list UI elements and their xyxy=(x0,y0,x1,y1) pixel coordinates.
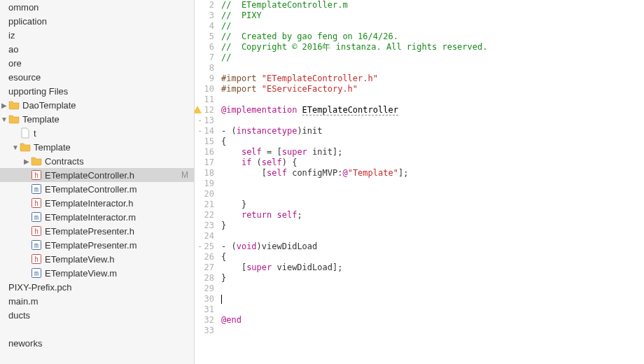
file-row[interactable]: main.m xyxy=(0,294,194,308)
line-number: 33 xyxy=(195,326,214,336)
file-row[interactable]: t xyxy=(0,126,194,140)
file-row[interactable]: ▶DaoTemplate xyxy=(0,98,194,112)
token-comment: // ETemplateController.m xyxy=(221,0,348,10)
folder-icon xyxy=(31,155,42,167)
code-line[interactable]: return self; xyxy=(221,210,644,220)
line-number: 15 xyxy=(195,136,214,147)
code-line[interactable] xyxy=(221,115,644,126)
file-row[interactable]: iz xyxy=(0,28,194,42)
file-row-label: ducts xyxy=(8,310,191,321)
code-line[interactable]: { xyxy=(221,252,644,262)
code-line[interactable] xyxy=(221,178,644,189)
token-string: "EServiceFactory.h" xyxy=(262,84,358,94)
file-row[interactable]: ducts xyxy=(0,308,194,322)
code-line[interactable]: [super viewDidLoad]; xyxy=(221,262,644,273)
code-line[interactable] xyxy=(221,63,644,74)
line-number: 22 xyxy=(195,210,214,220)
file-h-icon: h xyxy=(31,225,42,237)
folder-icon xyxy=(8,99,20,111)
file-row[interactable]: hETemplateView.h xyxy=(0,252,194,266)
disclosure-right-icon[interactable]: ▶ xyxy=(22,158,31,165)
code-area[interactable]: // ETemplateController.m// PIXY//// Crea… xyxy=(218,0,644,364)
line-number: 26 xyxy=(195,252,214,262)
code-line[interactable]: } xyxy=(221,220,644,231)
file-row[interactable]: esource xyxy=(0,70,194,84)
code-line[interactable]: @implementation ETemplateController xyxy=(221,105,644,115)
disclosure-down-icon[interactable]: ▼ xyxy=(0,115,8,123)
file-row[interactable]: mETemplatePresenter.m xyxy=(0,238,194,252)
file-row[interactable]: ▼Template xyxy=(0,140,194,154)
code-line[interactable]: if (self) { xyxy=(221,158,644,168)
line-number: 32 xyxy=(195,315,214,326)
file-h-icon: h xyxy=(31,253,42,265)
line-number: 3 xyxy=(195,10,214,21)
code-line[interactable]: // ETemplateController.m xyxy=(221,0,644,10)
code-line[interactable] xyxy=(221,231,644,241)
code-line[interactable] xyxy=(221,326,644,336)
file-row[interactable]: hETemplatePresenter.h xyxy=(0,224,194,238)
code-line[interactable]: // Copyright © 2016年 instanza. All right… xyxy=(221,42,644,52)
code-line[interactable] xyxy=(221,304,644,315)
fold-marker-icon: - xyxy=(197,115,202,126)
file-row[interactable]: PIXY-Prefix.pch xyxy=(0,280,194,294)
disclosure-down-icon[interactable]: ▼ xyxy=(11,144,20,151)
file-row[interactable]: pplication xyxy=(0,14,194,28)
file-row-label: DaoTemplate xyxy=(22,100,191,111)
file-m-icon: m xyxy=(31,267,42,279)
file-row[interactable]: mETemplateController.m xyxy=(0,182,194,196)
file-row-label: Template xyxy=(34,142,191,153)
code-line[interactable]: @end xyxy=(221,315,644,326)
code-line[interactable] xyxy=(221,94,644,105)
file-row-label: ETemplateInteractor.h xyxy=(45,198,191,209)
file-row[interactable]: ore xyxy=(0,56,194,70)
svg-text:h: h xyxy=(34,227,38,235)
code-line[interactable]: // xyxy=(221,52,644,63)
code-line[interactable]: #import "ETemplateController.h" xyxy=(221,74,644,84)
file-row-label: upporting Files xyxy=(8,86,191,97)
line-number: 21 xyxy=(195,200,214,210)
disclosure-right-icon[interactable]: ▶ xyxy=(0,102,8,109)
token-keyword: super xyxy=(282,147,307,157)
code-line[interactable]: // Created by gao feng on 16/4/26. xyxy=(221,31,644,42)
file-row[interactable]: ▶Contracts xyxy=(0,154,194,168)
source-editor[interactable]: 23456789101112-13-1415161718192021222324… xyxy=(195,0,644,364)
code-line[interactable] xyxy=(221,189,644,200)
code-line[interactable]: - (void)viewDidLoad xyxy=(221,241,644,252)
code-line[interactable]: - (instancetype)init xyxy=(221,126,644,136)
file-row[interactable]: hETemplateController.hM xyxy=(0,168,194,182)
code-line[interactable]: } xyxy=(221,273,644,284)
token-keyword: @end xyxy=(221,315,241,325)
vcs-status-badge: M xyxy=(181,170,188,180)
file-row[interactable]: ao xyxy=(0,42,194,56)
code-line[interactable]: // xyxy=(221,21,644,31)
file-row[interactable]: ▼Template xyxy=(0,112,194,126)
code-line[interactable]: self = [super init]; xyxy=(221,147,644,158)
file-navigator[interactable]: ommonpplicationizaooreesourceupporting F… xyxy=(0,0,195,364)
file-row-label: ETemplatePresenter.h xyxy=(45,226,191,237)
token-keyword: self xyxy=(277,210,298,220)
code-line[interactable] xyxy=(221,294,644,304)
file-row[interactable] xyxy=(0,322,194,336)
code-line[interactable] xyxy=(221,284,644,294)
svg-text:h: h xyxy=(34,255,38,263)
file-row[interactable]: mETemplateInteractor.m xyxy=(0,210,194,224)
file-row-label: ommon xyxy=(8,2,191,13)
file-row[interactable]: ommon xyxy=(0,0,194,14)
line-number: 23 xyxy=(195,220,214,231)
file-row[interactable]: neworks xyxy=(0,336,194,350)
file-row-label: ETemplateView.h xyxy=(45,254,191,265)
code-line[interactable]: // PIXY xyxy=(221,10,644,21)
token-string: "ETemplateController.h" xyxy=(262,74,378,83)
line-number: 20 xyxy=(195,189,214,200)
line-number: 8 xyxy=(195,63,214,74)
file-row[interactable]: hETemplateInteractor.h xyxy=(0,196,194,210)
line-gutter: 23456789101112-13-1415161718192021222324… xyxy=(195,0,218,364)
code-line[interactable]: #import "EServiceFactory.h" xyxy=(221,84,644,94)
file-row[interactable]: mETemplateView.m xyxy=(0,266,194,280)
code-line[interactable]: [self configMVP:@"Template"]; xyxy=(221,168,644,178)
file-row[interactable]: upporting Files xyxy=(0,84,194,98)
code-line[interactable]: } xyxy=(221,200,644,210)
line-number: 28 xyxy=(195,273,214,284)
token-keyword: super xyxy=(246,262,272,272)
code-line[interactable]: { xyxy=(221,136,644,147)
